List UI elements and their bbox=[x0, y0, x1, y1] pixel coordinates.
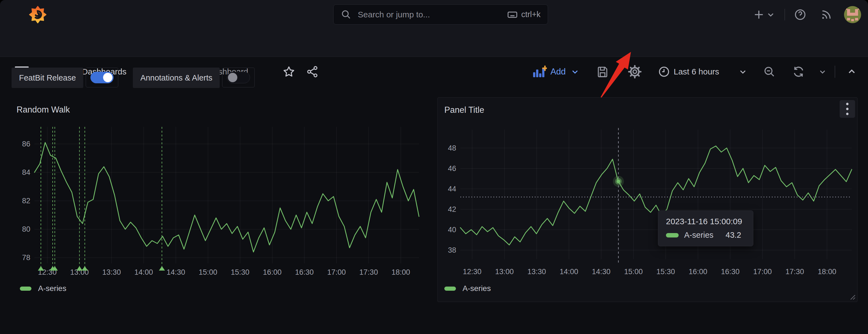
random-walk-chart[interactable]: 868482807812:3013:0013:3014:0014:3015:00… bbox=[11, 124, 430, 279]
series-color-pill bbox=[20, 286, 31, 291]
top-nav-bar: ctrl+k bbox=[0, 0, 868, 29]
x-tick-label: 15:30 bbox=[231, 268, 249, 276]
x-tick-label: 18:00 bbox=[817, 268, 836, 276]
panel-title-chart[interactable]: 48464442403812:3013:0013:3014:0014:3015:… bbox=[441, 127, 855, 277]
zoom-out-icon[interactable] bbox=[761, 58, 777, 86]
panel-resize-handle[interactable] bbox=[848, 293, 856, 300]
search-shortcut: ctrl+k bbox=[507, 9, 540, 20]
y-tick-label: 44 bbox=[448, 185, 456, 193]
x-tick-label: 12:30 bbox=[463, 268, 482, 276]
grafana-screen: ctrl+k bbox=[0, 0, 868, 334]
panel-menu-button[interactable] bbox=[840, 100, 855, 118]
refresh-icon[interactable] bbox=[790, 58, 807, 86]
toggle-featbit-release[interactable] bbox=[86, 67, 118, 87]
y-tick-label: 40 bbox=[448, 225, 456, 234]
switch-knob bbox=[103, 73, 113, 82]
x-tick-label: 16:00 bbox=[263, 268, 282, 276]
collapse-toolbar-icon[interactable] bbox=[844, 58, 860, 86]
search-box[interactable]: ctrl+k bbox=[333, 4, 548, 25]
time-range-chevron-icon[interactable] bbox=[737, 58, 749, 86]
refresh-interval-chevron-icon[interactable] bbox=[816, 58, 829, 86]
app-window: ctrl+k bbox=[0, 0, 868, 334]
x-tick-label: 15:00 bbox=[199, 268, 217, 276]
dashboard-controls-row: FeatBit Release Annotations & Alerts bbox=[11, 67, 255, 88]
help-icon[interactable] bbox=[793, 0, 808, 29]
y-tick-label: 78 bbox=[22, 253, 30, 262]
y-tick-label: 80 bbox=[22, 225, 30, 233]
y-tick-label: 48 bbox=[448, 144, 456, 152]
x-tick-label: 17:30 bbox=[785, 268, 804, 276]
series-line bbox=[460, 146, 852, 245]
x-tick-label: 18:00 bbox=[392, 268, 410, 276]
x-tick-label: 14:00 bbox=[560, 268, 578, 276]
switch-knob bbox=[228, 73, 237, 82]
x-tick-label: 16:30 bbox=[721, 268, 740, 276]
toolbar-divider bbox=[835, 66, 835, 78]
x-tick-label: 16:30 bbox=[295, 268, 314, 276]
legend-label: A-series bbox=[463, 284, 491, 293]
news-icon[interactable] bbox=[819, 0, 834, 29]
x-tick-label: 15:00 bbox=[624, 268, 643, 276]
y-tick-label: 82 bbox=[22, 196, 30, 205]
x-tick-label: 17:30 bbox=[360, 268, 378, 276]
x-tick-label: 14:30 bbox=[592, 268, 611, 276]
add-button[interactable]: Add bbox=[551, 58, 566, 86]
tooltip-series-pill bbox=[666, 233, 679, 238]
add-new-chevron-icon[interactable] bbox=[765, 0, 776, 29]
toggle-group-featbit: FeatBit Release bbox=[11, 67, 118, 88]
favorite-star-icon[interactable] bbox=[281, 58, 297, 86]
search-input[interactable] bbox=[357, 10, 507, 20]
chart-tooltip: 2023-11-16 15:00:09 A-series 43.2 bbox=[658, 210, 753, 246]
y-tick-label: 46 bbox=[448, 164, 456, 173]
topbar-divider bbox=[784, 9, 785, 21]
x-tick-label: 13:00 bbox=[495, 268, 514, 276]
switch-off[interactable] bbox=[227, 72, 250, 83]
share-icon[interactable] bbox=[304, 58, 320, 86]
y-tick-label: 42 bbox=[448, 205, 456, 213]
tooltip-series-value: 43.2 bbox=[725, 231, 741, 240]
series-line bbox=[34, 143, 419, 252]
legend-label: A-series bbox=[38, 284, 66, 293]
add-chevron-icon[interactable] bbox=[569, 58, 581, 86]
x-tick-label: 15:30 bbox=[656, 268, 675, 276]
kebab-icon bbox=[846, 102, 849, 116]
x-tick-label: 13:30 bbox=[527, 268, 546, 276]
y-tick-label: 86 bbox=[22, 140, 30, 148]
tooltip-series-name: A-series bbox=[684, 231, 713, 240]
y-tick-label: 84 bbox=[22, 168, 30, 177]
x-tick-label: 14:30 bbox=[166, 268, 185, 276]
annotation-marker bbox=[159, 266, 165, 271]
series-color-pill bbox=[444, 286, 456, 291]
y-tick-label: 38 bbox=[448, 246, 456, 254]
save-icon[interactable] bbox=[595, 58, 610, 86]
keyboard-icon bbox=[507, 9, 518, 20]
x-tick-label: 13:30 bbox=[102, 268, 121, 276]
bar-chart-add-icon[interactable] bbox=[531, 58, 548, 86]
dashboard-toolbar: Home › Dashboards › FeatBit Demo Dashboa… bbox=[0, 29, 868, 57]
hover-marker-core bbox=[617, 180, 620, 183]
panel-title-random-walk[interactable]: Random Walk bbox=[17, 105, 70, 115]
panel-title[interactable]: Panel Title bbox=[444, 105, 484, 115]
add-new-button[interactable] bbox=[751, 0, 767, 29]
toggle-label-annotations: Annotations & Alerts bbox=[133, 67, 220, 88]
grafana-logo[interactable] bbox=[28, 5, 47, 24]
legend-item[interactable]: A-series bbox=[444, 284, 491, 293]
switch-on[interactable] bbox=[90, 72, 114, 83]
search-icon bbox=[341, 9, 352, 20]
gear-icon[interactable] bbox=[626, 58, 643, 86]
toggle-annotations[interactable] bbox=[222, 67, 255, 87]
time-range-picker[interactable]: Last 6 hours bbox=[674, 58, 719, 86]
toggle-label-featbit-release: FeatBit Release bbox=[11, 67, 83, 88]
toggle-group-annotations: Annotations & Alerts bbox=[133, 67, 255, 88]
clock-icon[interactable] bbox=[657, 58, 671, 86]
x-tick-label: 17:00 bbox=[753, 268, 772, 276]
legend-item[interactable]: A-series bbox=[20, 284, 66, 293]
x-tick-label: 16:00 bbox=[688, 268, 707, 276]
avatar[interactable] bbox=[843, 0, 862, 29]
x-tick-label: 17:00 bbox=[327, 268, 346, 276]
tooltip-timestamp: 2023-11-16 15:00:09 bbox=[666, 217, 745, 226]
x-tick-label: 14:00 bbox=[134, 268, 153, 276]
